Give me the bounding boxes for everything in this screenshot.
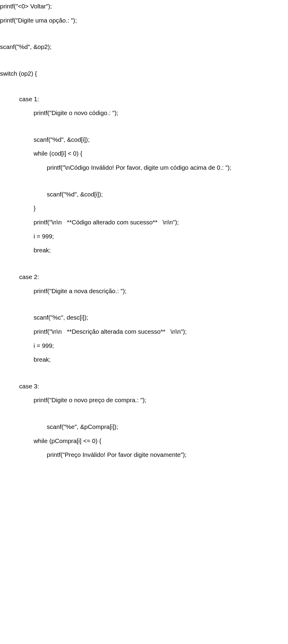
code-line: scanf("%d", &op2); (0, 43, 288, 51)
code-line: printf("\n\n **Descrição alterada com su… (34, 328, 288, 336)
blank-line (0, 459, 288, 465)
code-line: switch (op2) { (0, 70, 288, 78)
code-line: printf("Digite uma opção.: "); (0, 17, 288, 25)
code-line: } (34, 204, 288, 212)
blank-line (0, 24, 288, 43)
code-line: printf("Digite a nova descrição.: "); (34, 287, 288, 295)
blank-line (0, 295, 288, 314)
code-line: printf("Digite o novo preço de compra.: … (34, 396, 288, 404)
blank-line (0, 240, 288, 246)
blank-line (0, 364, 288, 382)
code-line: i = 999; (34, 342, 288, 350)
code-line: i = 999; (34, 232, 288, 241)
code-line: printf("\n\n **Código alterado com suces… (34, 218, 288, 226)
code-line: printf("<0> Voltar"); (0, 2, 288, 11)
code-line: break; (34, 246, 288, 254)
blank-line (0, 390, 288, 396)
blank-line (0, 445, 288, 451)
code-line: scanf("%d", &cod[i]); (47, 190, 288, 199)
blank-line (0, 281, 288, 287)
code-line: while (cod[i] < 0) { (34, 150, 288, 158)
blank-line (0, 212, 288, 218)
blank-line (0, 198, 288, 204)
blank-line (0, 404, 288, 423)
blank-line (0, 431, 288, 437)
blank-line (0, 336, 288, 342)
blank-line (0, 11, 288, 17)
code-page: printf("<0> Voltar");printf("Digite uma … (0, 0, 288, 483)
code-line: scanf("%d", &cod[i]); (34, 136, 288, 144)
blank-line (0, 51, 288, 70)
code-line: case 3: (19, 382, 288, 390)
blank-line (0, 103, 288, 109)
blank-line (0, 144, 288, 150)
blank-line (0, 322, 288, 328)
code-line: break; (34, 356, 288, 364)
code-line: printf("Preço Inválido! Por favor digite… (47, 451, 288, 459)
blank-line (0, 226, 288, 232)
blank-line (0, 117, 288, 136)
code-line: case 1: (19, 95, 288, 103)
code-line: printf("Digite o novo código.: "); (34, 109, 288, 117)
blank-line (0, 172, 288, 190)
code-line: scanf("%c", desc[i]); (34, 314, 288, 322)
code-line: scanf("%e", &pCompra[i]); (47, 423, 288, 431)
blank-line (0, 158, 288, 164)
code-line: while (pCompra[i] <= 0) { (34, 437, 288, 445)
code-line: case 2: (19, 273, 288, 281)
code-line: printf("\nCódigo Inválido! Por favor, di… (47, 164, 288, 172)
blank-line (0, 78, 288, 95)
blank-line (0, 350, 288, 356)
blank-line (0, 254, 288, 273)
